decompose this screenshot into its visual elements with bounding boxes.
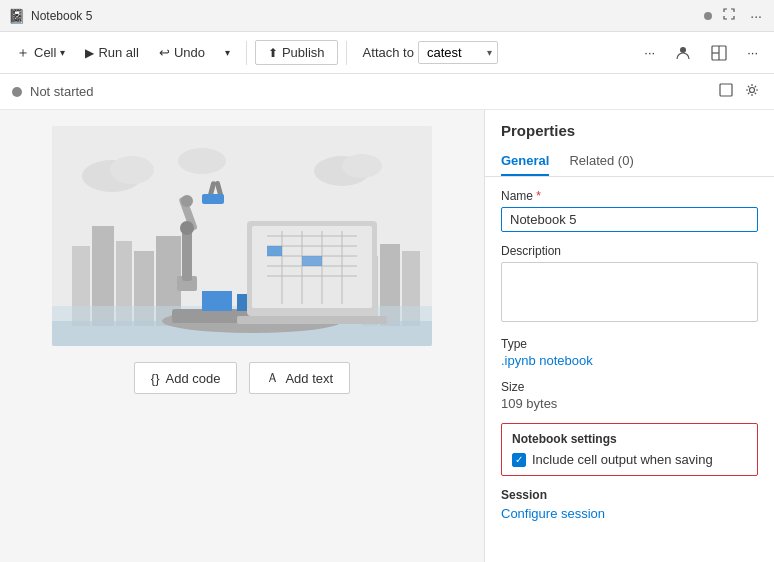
undo-button[interactable]: ↩ Undo [151, 41, 213, 64]
svg-point-10 [342, 154, 382, 178]
settings-icon [745, 83, 759, 97]
toolbar: ＋ Cell ▾ ▶ Run all ↩ Undo ▾ ⬆ Publish At… [0, 32, 774, 74]
toolbar-more-button[interactable]: ··· [636, 41, 663, 65]
code-icon: {} [151, 371, 160, 386]
session-title: Session [501, 488, 758, 502]
more-options-button[interactable]: ··· [746, 5, 766, 26]
size-value: 109 bytes [501, 396, 758, 411]
svg-point-11 [178, 148, 226, 174]
include-output-checkbox[interactable]: ✓ [512, 453, 526, 467]
add-cell-button[interactable]: ＋ Cell ▾ [8, 40, 73, 66]
include-output-row: ✓ Include cell output when saving [512, 452, 747, 467]
maximize-button[interactable] [718, 5, 740, 26]
status-indicator [12, 87, 22, 97]
name-input[interactable] [501, 207, 758, 232]
tab-related[interactable]: Related (0) [569, 147, 633, 176]
description-textarea[interactable] [501, 262, 758, 322]
attach-select[interactable]: catest [418, 41, 498, 64]
properties-panel: Properties General Related (0) Name * De… [484, 110, 774, 562]
status-text: Not started [30, 84, 94, 99]
user-icon-button[interactable] [667, 41, 699, 65]
notebook-settings-box: Notebook settings ✓ Include cell output … [501, 423, 758, 476]
notebook-area: {} Add code Ａ Add text [0, 110, 484, 562]
undo-chevron-icon: ▾ [225, 47, 230, 58]
add-text-button[interactable]: Ａ Add text [249, 362, 350, 394]
toolbar-overflow-button[interactable]: ··· [739, 41, 766, 65]
name-required: * [536, 189, 541, 203]
layout-icon [711, 45, 727, 61]
add-code-button[interactable]: {} Add code [134, 362, 238, 394]
window-controls: ··· [718, 5, 766, 26]
undo-icon: ↩ [159, 45, 170, 60]
notebook-icon: 📓 [8, 8, 25, 24]
configure-session-link[interactable]: Configure session [501, 506, 605, 521]
svg-point-43 [180, 221, 194, 235]
toolbar-right: ··· ··· [636, 41, 766, 65]
main-layout: {} Add code Ａ Add text Properties Genera… [0, 110, 774, 562]
type-label: Type [501, 337, 758, 351]
user-icon [675, 45, 691, 61]
svg-rect-39 [237, 316, 387, 324]
attach-select-wrapper: catest ▾ [418, 41, 498, 64]
publish-button[interactable]: ⬆ Publish [255, 40, 338, 65]
type-value[interactable]: .ipynb notebook [501, 353, 758, 368]
properties-header: Properties [485, 110, 774, 147]
toolbar-divider [246, 41, 247, 65]
properties-body: Name * Description Type .ipynb notebook … [485, 177, 774, 562]
notebook-settings-title: Notebook settings [512, 432, 747, 446]
play-icon: ▶ [85, 46, 94, 60]
stop-button[interactable] [716, 80, 736, 103]
tab-general[interactable]: General [501, 147, 549, 176]
svg-point-8 [110, 156, 154, 184]
notebook-actions: {} Add code Ａ Add text [134, 362, 350, 394]
cell-chevron-icon: ▾ [60, 47, 65, 58]
stop-icon [719, 83, 733, 97]
notebook-illustration [52, 126, 432, 346]
illustration-svg [52, 126, 432, 346]
undo-chevron-button[interactable]: ▾ [217, 43, 238, 62]
status-bar: Not started [0, 74, 774, 110]
plus-icon: ＋ [16, 44, 30, 62]
description-label: Description [501, 244, 758, 258]
svg-rect-38 [302, 256, 322, 266]
checkmark-icon: ✓ [515, 455, 523, 465]
settings-button[interactable] [742, 80, 762, 103]
svg-point-5 [750, 88, 755, 93]
text-icon: Ａ [266, 369, 279, 387]
size-label: Size [501, 380, 758, 394]
title-bar: 📓 Notebook 5 ··· [0, 0, 774, 32]
window-title: Notebook 5 [31, 9, 698, 23]
attach-label: Attach to [363, 45, 414, 60]
svg-point-44 [181, 195, 193, 207]
svg-rect-47 [202, 194, 224, 204]
status-actions [716, 80, 762, 103]
name-label: Name * [501, 189, 758, 203]
svg-rect-27 [252, 226, 372, 308]
unsaved-dot [704, 12, 712, 20]
svg-point-0 [680, 47, 686, 53]
properties-tabs: General Related (0) [485, 147, 774, 177]
run-all-button[interactable]: ▶ Run all [77, 41, 146, 64]
publish-icon: ⬆ [268, 46, 278, 60]
svg-rect-24 [202, 291, 232, 311]
svg-rect-4 [720, 84, 732, 96]
layout-icon-button[interactable] [703, 41, 735, 65]
svg-rect-37 [267, 246, 282, 256]
include-output-label: Include cell output when saving [532, 452, 713, 467]
toolbar-divider2 [346, 41, 347, 65]
